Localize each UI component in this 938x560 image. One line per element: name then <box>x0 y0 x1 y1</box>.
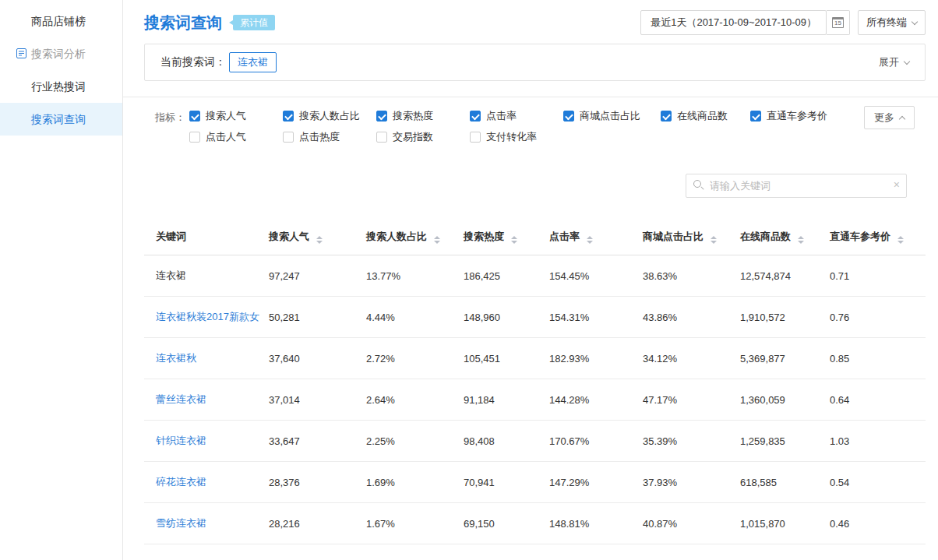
checkbox-icon[interactable] <box>563 111 574 122</box>
checkbox-icon[interactable] <box>661 111 672 122</box>
cell-value: 1,360,059 <box>740 379 830 421</box>
metric-checkbox-item[interactable]: 商城点击占比 <box>563 109 661 123</box>
calendar-button[interactable]: 15 <box>827 10 850 35</box>
sort-icon[interactable] <box>711 236 717 244</box>
table-body: 连衣裙97,24713.77%186,425154.45%38.63%12,57… <box>144 255 926 544</box>
metric-checkbox-item[interactable]: 点击人气 <box>189 130 283 144</box>
checkbox-icon[interactable] <box>283 132 294 143</box>
keyword-link[interactable]: 针织连衣裙 <box>156 435 206 446</box>
column-header-label: 商城点击占比 <box>643 231 704 242</box>
more-button[interactable]: 更多 <box>864 106 915 129</box>
cell-value: 40.87% <box>643 503 740 544</box>
column-header[interactable]: 点击率 <box>549 218 643 255</box>
checkbox-icon[interactable] <box>470 132 481 143</box>
keyword-link[interactable]: 碎花连衣裙 <box>156 476 206 488</box>
metric-checkbox-item[interactable]: 支付转化率 <box>470 130 563 144</box>
table-header-row: 关键词 搜索人气 搜索人数占比 搜索热度 点击率 商城点击占比 在线商品数 <box>144 218 926 255</box>
cell-value: 0.64 <box>830 379 926 421</box>
checkbox-icon[interactable] <box>283 111 294 122</box>
cell-value: 28,216 <box>269 503 366 544</box>
sort-icon[interactable] <box>587 236 593 244</box>
clear-icon[interactable]: × <box>894 178 900 191</box>
table-row: 碎花连衣裙28,3761.69%70,941147.29%37.93%618,5… <box>144 462 926 503</box>
column-header[interactable]: 关键词 <box>144 218 269 255</box>
sort-icon[interactable] <box>897 236 904 244</box>
metric-label: 搜索热度 <box>393 109 433 123</box>
sidebar-item-industry-hot-words[interactable]: 行业热搜词 <box>0 70 122 103</box>
sidebar-item-search-word-query[interactable]: 搜索词查询 <box>0 103 122 136</box>
column-header-label: 搜索热度 <box>464 231 504 242</box>
checkbox-icon[interactable] <box>189 111 200 122</box>
sidebar-item-product-shop-rank[interactable]: 商品店铺榜 <box>0 5 122 37</box>
column-header[interactable]: 搜索人数占比 <box>366 218 464 255</box>
column-header[interactable]: 商城点击占比 <box>643 218 740 255</box>
cell-value: 148,960 <box>464 297 549 338</box>
metric-checkbox-item[interactable]: 在线商品数 <box>661 109 750 123</box>
metric-label: 搜索人气 <box>206 109 246 123</box>
cell-value: 1,015,870 <box>740 503 830 544</box>
date-range-selector[interactable]: 最近1天（2017-10-09~2017-10-09） <box>640 10 827 35</box>
cell-value: 1.69% <box>366 462 464 503</box>
search-term-tag[interactable]: 连衣裙 <box>229 52 277 72</box>
column-header[interactable]: 在线商品数 <box>740 218 830 255</box>
keyword-link[interactable]: 蕾丝连衣裙 <box>156 393 206 405</box>
column-header[interactable]: 搜索人气 <box>269 218 366 255</box>
metric-label: 在线商品数 <box>677 109 728 123</box>
cell-value: 1.67% <box>366 503 464 544</box>
cell-value: 144.28% <box>549 379 643 421</box>
metric-checkbox-item[interactable]: 搜索人数占比 <box>283 109 376 123</box>
keyword-search-row: × <box>144 174 926 198</box>
cell-value: 98,408 <box>464 421 549 462</box>
checkbox-icon[interactable] <box>750 111 761 122</box>
column-header[interactable]: 搜索热度 <box>464 218 549 255</box>
table-row: 针织连衣裙33,6472.25%98,408170.67%35.39%1,259… <box>144 421 926 462</box>
chevron-up-icon <box>899 116 905 122</box>
current-search-label: 当前搜索词： <box>160 55 226 69</box>
terminal-dropdown[interactable]: 所有终端 <box>858 10 926 35</box>
metric-label: 支付转化率 <box>486 130 537 144</box>
table-row: 连衣裙秋装2017新款女50,2814.44%148,960154.31%43.… <box>144 297 926 338</box>
keyword-link[interactable]: 连衣裙秋装2017新款女 <box>156 311 259 322</box>
cell-value: 1,259,835 <box>740 421 830 462</box>
column-header[interactable]: 直通车参考价 <box>830 218 926 255</box>
sidebar: 商品店铺榜 搜索词分析 行业热搜词 搜索词查询 <box>0 0 123 560</box>
sort-icon[interactable] <box>798 236 804 244</box>
keyword-search-input[interactable] <box>686 174 907 198</box>
metric-label: 交易指数 <box>393 130 433 144</box>
cell-value: 38.63% <box>643 255 740 297</box>
sort-icon[interactable] <box>511 236 517 244</box>
checkbox-icon[interactable] <box>376 132 387 143</box>
sort-icon[interactable] <box>434 236 440 244</box>
cell-value: 618,585 <box>740 462 830 503</box>
keyword-link[interactable]: 雪纺连衣裙 <box>156 517 206 529</box>
metric-checkbox-item[interactable]: 交易指数 <box>376 130 470 144</box>
column-header-label: 点击率 <box>549 231 580 242</box>
metric-checkbox-item[interactable]: 点击率 <box>470 109 563 123</box>
cell-value: 1.03 <box>830 421 926 462</box>
expand-button[interactable]: 展开 <box>879 55 909 69</box>
cell-value: 148.81% <box>549 503 643 544</box>
checkbox-icon[interactable] <box>470 111 481 122</box>
cell-value: 0.46 <box>830 503 926 544</box>
metric-checkbox-item[interactable]: 搜索人气 <box>189 109 283 123</box>
table-row: 蕾丝连衣裙37,0142.64%91,184144.28%47.17%1,360… <box>144 379 926 421</box>
sort-icon[interactable] <box>316 236 323 244</box>
checkbox-icon[interactable] <box>376 111 387 122</box>
main-content: 搜索词查询 累计值 最近1天（2017-10-09~2017-10-09） 15… <box>123 0 938 560</box>
cell-value: 91,184 <box>464 379 549 421</box>
keyword-link[interactable]: 连衣裙秋 <box>156 352 196 364</box>
cell-value: 37,640 <box>269 338 366 379</box>
column-header-label: 在线商品数 <box>740 231 791 242</box>
metrics-row-1: 搜索人气 搜索人数占比 搜索热度 点击率 商城点击占比 在线商品数 直通车参考价 <box>189 109 852 123</box>
top-controls: 最近1天（2017-10-09~2017-10-09） 15 所有终端 <box>640 10 926 35</box>
page-title: 搜索词查询 <box>144 12 222 33</box>
cell-value: 170.67% <box>549 421 643 462</box>
keywords-table: 关键词 搜索人气 搜索人数占比 搜索热度 点击率 商城点击占比 在线商品数 <box>144 218 926 544</box>
metric-label: 点击热度 <box>299 130 340 144</box>
metric-checkbox-item[interactable]: 点击热度 <box>283 130 376 144</box>
sidebar-item-search-word-analysis[interactable]: 搜索词分析 <box>0 37 122 70</box>
keyword-cell: 蕾丝连衣裙 <box>144 379 269 421</box>
metric-checkbox-item[interactable]: 直通车参考价 <box>750 109 852 123</box>
metric-checkbox-item[interactable]: 搜索热度 <box>376 109 470 123</box>
checkbox-icon[interactable] <box>189 132 200 143</box>
